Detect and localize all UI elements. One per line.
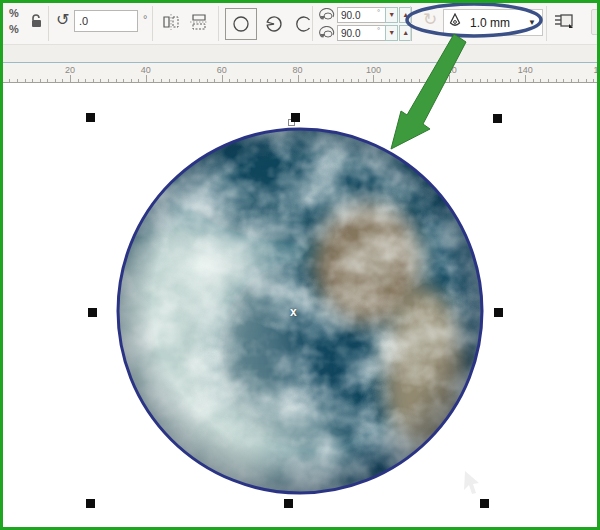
ruler-label: 160 [594,65,598,75]
ruler-minor-tick [358,79,359,82]
ruler-minor-tick [131,79,132,82]
ending-angle-row: 90.0 ° ▼ ▲ [319,24,412,41]
wrap-text-icon[interactable] [553,11,575,31]
ruler-minor-tick [495,79,496,82]
degree-symbol: ° [143,13,147,25]
ruler-minor-tick [93,79,94,82]
ruler-minor-tick [389,79,390,82]
lock-ratio-icon[interactable] [30,14,43,32]
selection-handle-top-left[interactable] [86,113,95,122]
ruler-label: 60 [217,65,227,75]
ruler-minor-tick [108,79,109,82]
ruler-minor-tick [518,79,519,82]
ruler-minor-tick [586,79,587,82]
ruler-minor-tick [487,79,488,82]
ruler-minor-tick [260,79,261,82]
ruler-minor-tick [305,79,306,82]
selection-handle-middle-right[interactable] [494,308,503,317]
selection-handle-bottom-right[interactable] [480,499,489,508]
selection-handle-bottom-middle[interactable] [284,499,293,508]
ruler-minor-tick [465,79,466,82]
ruler-minor-tick [138,79,139,82]
spinner-down-icon[interactable]: ▼ [385,7,398,23]
ruler-minor-tick [17,79,18,82]
ruler-minor-tick [153,79,154,82]
ruler-major-tick [525,75,526,82]
ruler-minor-tick [351,79,352,82]
ruler-minor-tick [176,79,177,82]
ruler-minor-tick [207,79,208,82]
ruler-minor-tick [100,79,101,82]
selection-handle-top-middle[interactable] [291,113,300,122]
ruler-minor-tick [366,79,367,82]
selection-handle-top-right[interactable] [493,114,502,123]
pen-nib-icon [448,13,462,33]
ellipse-button[interactable] [225,8,257,40]
dropdown-arrow-icon[interactable]: ▼ [528,18,536,27]
ruler-minor-tick [282,79,283,82]
ruler-minor-tick [563,79,564,82]
pie-button[interactable] [261,11,287,37]
property-bar: % % ↺ .0 ° 90.0 ° [3,3,597,45]
separator [312,6,313,41]
mirror-horizontal-icon[interactable] [161,13,181,31]
separator [218,6,219,41]
ruler-label: 100 [366,65,381,75]
ruler-minor-tick [252,79,253,82]
ruler-minor-tick [328,79,329,82]
drawing-canvas[interactable]: x [3,83,597,527]
earth-photo [113,124,487,498]
ruler-minor-tick [199,79,200,82]
selection-handle-bottom-left[interactable] [86,499,95,508]
separator [48,6,49,41]
scale-percent-symbol: % [9,7,19,19]
ruler-minor-tick [62,79,63,82]
ruler-major-tick [70,75,71,82]
ruler-label: 40 [141,65,151,75]
starting-angle-spinner: ▼ ▲ [384,7,412,23]
ruler-minor-tick [275,79,276,82]
ruler-minor-tick [533,79,534,82]
ruler-major-tick [298,75,299,82]
ruler-minor-tick [442,79,443,82]
ruler-major-tick [222,75,223,82]
earth-circle-object[interactable] [113,124,487,498]
rotation-angle-field[interactable]: .0 [74,10,138,32]
rotation-icon: ↺ [56,12,69,27]
ending-angle-field[interactable]: 90.0 [337,25,389,41]
ruler-minor-tick [169,79,170,82]
ruler-minor-tick [313,79,314,82]
ruler-minor-tick [548,79,549,82]
ruler-label: 140 [518,65,533,75]
ruler-minor-tick [267,79,268,82]
ruler-minor-tick [427,79,428,82]
object-center-marker: x [290,305,297,319]
ruler-minor-tick [47,79,48,82]
ruler-minor-tick [593,79,594,82]
toolbar-lower-strip [3,45,597,63]
ruler-minor-tick [245,79,246,82]
ruler-label: 120 [442,65,457,75]
ruler-minor-tick [480,79,481,82]
ruler-label: 20 [65,65,75,75]
starting-angle-field[interactable]: 90.0 [337,7,389,23]
degree-symbol: ° [377,8,380,17]
ruler-minor-tick [55,79,56,82]
ruler-minor-tick [290,79,291,82]
ruler-minor-tick [540,79,541,82]
ruler-minor-tick [214,79,215,82]
ruler-minor-tick [40,79,41,82]
arc-button[interactable] [291,11,317,37]
outline-width-dropdown[interactable]: 1.0 mm ▼ [443,9,543,36]
starting-angle-icon [319,8,335,22]
ruler-label: 80 [293,65,303,75]
mirror-vertical-icon[interactable] [189,13,209,31]
horizontal-ruler[interactable]: 20406080100120140160 [3,63,597,83]
selection-handle-middle-left[interactable] [88,308,97,317]
spinner-down-icon[interactable]: ▼ [385,25,398,41]
outline-width-value: 1.0 mm [470,16,528,30]
ruler-minor-tick [502,79,503,82]
degree-symbol: ° [377,26,380,35]
ruler-minor-tick [85,79,86,82]
ruler-minor-tick [184,79,185,82]
